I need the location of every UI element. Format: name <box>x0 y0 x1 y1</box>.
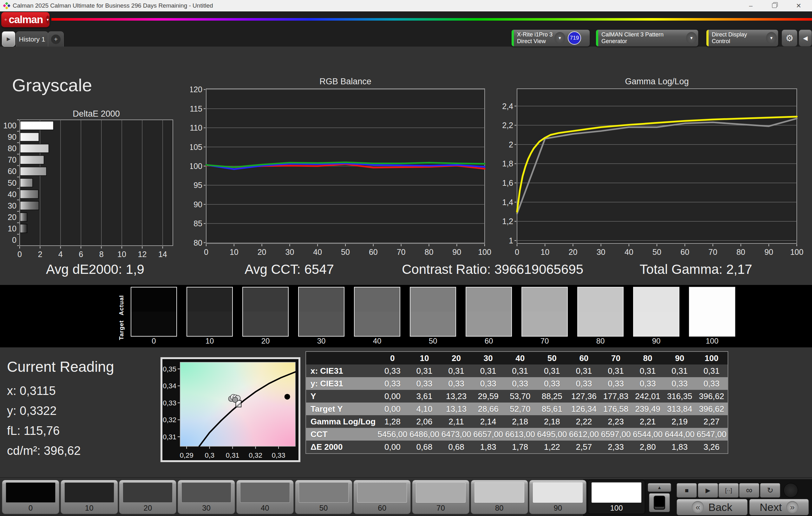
meter-dropdown[interactable]: X-Rite i1Pro 3 Direct View ▼ 719 <box>511 29 590 47</box>
svg-text:90: 90 <box>452 247 461 256</box>
grayscale-swatch-0 <box>131 287 177 337</box>
svg-text:20: 20 <box>8 213 17 221</box>
add-tab-button[interactable]: + <box>48 31 64 47</box>
play-button[interactable]: ▶ <box>698 483 718 497</box>
calman-menu-button[interactable]: calman ▼ <box>1 12 50 27</box>
minimize-button[interactable]: – <box>743 0 759 11</box>
loop-button[interactable]: ∞ <box>739 483 759 497</box>
swatch-label: 80 <box>577 337 624 345</box>
swatch-label: 30 <box>297 337 345 345</box>
pattern-button-20[interactable]: 20 <box>119 480 176 514</box>
restore-button[interactable] <box>766 0 783 11</box>
pattern-generator-dropdown[interactable]: CalMAN Client 3 Pattern Generator ▼ <box>596 29 698 47</box>
svg-text:10: 10 <box>230 247 238 256</box>
table-cell: 0,31 <box>568 364 600 377</box>
svg-text:10: 10 <box>8 224 17 233</box>
rgb-balance-chart: 8085909510010511011512001020304050607080… <box>190 76 495 260</box>
svg-text:0: 0 <box>18 250 22 259</box>
next-chevron-icon: » <box>786 501 799 513</box>
settings-button[interactable]: ⚙ <box>782 29 798 47</box>
table-col-header: 50 <box>536 352 568 364</box>
pattern-button-30[interactable]: 30 <box>178 480 235 514</box>
pattern-color-chip <box>64 482 114 503</box>
table-cell: 396,62 <box>696 402 728 415</box>
table-cell: 6473,00 <box>440 428 472 441</box>
svg-text:115: 115 <box>190 104 202 113</box>
table-cell: 0,31 <box>472 364 504 377</box>
pattern-color-chip <box>533 482 583 503</box>
close-button[interactable]: ✕ <box>790 0 807 11</box>
logo-dropdown-icon[interactable]: ▼ <box>46 16 50 24</box>
table-cell: 6486,00 <box>409 428 441 441</box>
meter-count-badge: 719 <box>568 31 581 45</box>
chevron-left-icon: ◀ <box>803 35 808 42</box>
table-cell: 6657,00 <box>472 428 504 441</box>
refresh-button[interactable]: ↻ <box>760 483 780 497</box>
pattern-label: 70 <box>412 504 469 513</box>
pattern-button-0[interactable]: 0 <box>2 480 59 514</box>
current-reading-line: cd/m²: 396,62 <box>7 444 81 458</box>
expand-pattern-list-button[interactable]: ▲ <box>648 483 671 492</box>
expand-panel-button[interactable]: ▶ <box>2 31 15 47</box>
pattern-button-80[interactable]: 80 <box>471 480 528 514</box>
svg-text:0,32: 0,32 <box>249 451 262 459</box>
gear-icon: ⚙ <box>785 33 793 43</box>
current-reading-line: fL: 115,76 <box>7 424 60 438</box>
svg-text:0,3: 0,3 <box>205 451 214 459</box>
generator-dropdown-icon[interactable]: ▼ <box>686 32 697 44</box>
tab-history-1[interactable]: History 1 <box>16 31 48 47</box>
swatch-label: 10 <box>186 337 233 345</box>
svg-text:0,32: 0,32 <box>163 416 176 424</box>
table-cell: 316,35 <box>664 390 696 402</box>
svg-text:0: 0 <box>204 247 208 256</box>
meter-mode: Direct View <box>517 38 546 44</box>
svg-text:100: 100 <box>190 162 202 171</box>
table-col-header: 0 <box>377 352 409 364</box>
table-cell: 6547,00 <box>696 428 728 441</box>
pattern-window-toggle-button[interactable] <box>649 493 670 512</box>
table-col-header: 60 <box>568 352 600 364</box>
table-cell: 126,34 <box>568 402 600 415</box>
pattern-window-button[interactable]: [··] <box>719 483 739 497</box>
pattern-button-10[interactable]: 10 <box>61 480 118 514</box>
pattern-button-70[interactable]: 70 <box>412 480 469 514</box>
back-button[interactable]: « Back <box>676 499 748 515</box>
deltae-bar-chart: 100908070605040302010002468101214 <box>0 108 184 260</box>
table-cell: 2,19 <box>664 415 696 428</box>
target-label: Target <box>118 313 125 340</box>
table-cell: 2,23 <box>600 415 632 428</box>
svg-text:30: 30 <box>8 201 17 210</box>
pattern-color-chip <box>416 482 466 503</box>
display-dropdown-icon[interactable]: ▼ <box>766 32 777 44</box>
pattern-label: 90 <box>529 504 586 513</box>
svg-text:70: 70 <box>397 247 406 256</box>
stop-button[interactable]: ■ <box>676 483 697 497</box>
grayscale-swatch-20 <box>242 287 289 337</box>
next-button[interactable]: Next » <box>749 499 809 515</box>
table-col-header: 100 <box>696 352 728 364</box>
app-logo-icon <box>3 2 10 9</box>
table-row-label: Y <box>306 390 377 402</box>
table-cell: 0,31 <box>504 364 536 377</box>
table-cell: 85,61 <box>536 402 568 415</box>
pattern-button-90[interactable]: 90 <box>529 480 586 514</box>
display-control-dropdown[interactable]: Direct Display Control ▼ <box>706 29 778 47</box>
pattern-color-chip <box>240 482 290 503</box>
svg-text:0: 0 <box>12 236 17 244</box>
play-icon: ▶ <box>705 487 710 494</box>
svg-text:40: 40 <box>625 247 633 256</box>
pattern-button-50[interactable]: 50 <box>295 480 352 514</box>
table-row-label: Target Y <box>306 402 377 415</box>
collapse-panel-button[interactable]: ◀ <box>799 29 812 47</box>
pattern-button-40[interactable]: 40 <box>236 480 294 514</box>
spectrum-bar <box>51 18 812 21</box>
pattern-button-100[interactable]: 100 <box>588 480 645 514</box>
pattern-color-chip <box>474 482 524 503</box>
svg-text:60: 60 <box>369 247 378 256</box>
meter-dropdown-icon[interactable]: ▼ <box>554 32 565 44</box>
swatch-label: 90 <box>633 337 680 345</box>
table-cell: 6612,00 <box>568 428 600 441</box>
current-reading-line: y: 0,3322 <box>7 404 56 418</box>
pattern-button-60[interactable]: 60 <box>353 480 411 514</box>
svg-text:100: 100 <box>790 247 804 256</box>
